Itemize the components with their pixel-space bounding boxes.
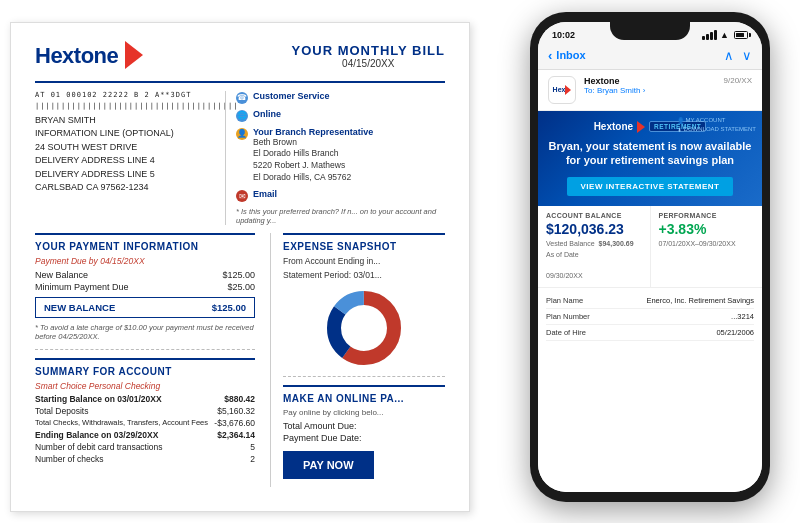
mail-nav-actions: ∧ ∨ [724, 48, 752, 63]
online-pay-sub: Pay online by clicking belo... [283, 408, 445, 417]
vested-balance-value: $94,300.69 [599, 240, 634, 247]
wifi-icon: ▲ [720, 30, 729, 40]
divider [35, 349, 255, 350]
contact-block: ☎ Customer Service 🌐 Online 👤 Your Branc… [225, 91, 445, 226]
plan-row-2: Date of Hire 05/21/2006 [546, 325, 754, 341]
summary-val-2: -$3,676.60 [214, 418, 255, 428]
bar2 [706, 34, 709, 40]
contact-email: ✉ Email [236, 189, 445, 202]
prev-mail-button[interactable]: ∧ [724, 48, 734, 63]
address-line4: DELIVERY ADDRESS LINE 5 [35, 168, 215, 182]
payment-section: YOUR PAYMENT INFORMATION Payment Due by … [35, 233, 255, 341]
bill-columns: YOUR PAYMENT INFORMATION Payment Due by … [35, 233, 445, 487]
battery-icon [734, 31, 748, 39]
payment-due-label: Payment Due by 04/15/20XX [35, 256, 255, 266]
summary-section: SUMMARY FOR ACCOUNT Smart Choice Persona… [35, 358, 255, 464]
bar3 [710, 32, 713, 40]
bill-right-column: EXPENSE SNAPSHOT From Account Ending in.… [270, 233, 445, 487]
min-payment-row: Minimum Payment Due $25.00 [35, 282, 255, 292]
summary-label-4: Number of debit card transactions [35, 442, 163, 452]
summary-label-1: Total Deposits [35, 406, 88, 416]
account-sub-details: Vested Balance $94,300.69 As of Date 09/… [546, 239, 642, 281]
globe-icon: 🌐 [236, 110, 248, 122]
donut-svg [324, 288, 404, 368]
inbox-label: Inbox [556, 49, 585, 61]
email-recipient[interactable]: To: Bryan Smith › [584, 86, 716, 95]
bill-header: Hextone YOUR MONTHLY BILL 04/15/20XX [35, 43, 445, 69]
chevron-left-icon[interactable]: ‹ [548, 48, 552, 63]
new-balance-row: New Balance $125.00 [35, 270, 255, 280]
total-amount-row: Total Amount Due: [283, 421, 445, 431]
address-text: BRYAN SMITH INFORMATION LINE (OPTIONAL) … [35, 114, 215, 195]
bill-title: YOUR MONTHLY BILL [291, 43, 445, 58]
vested-balance-label: Vested Balance $94,300.69 [546, 239, 642, 250]
plan-name-label: Plan Name [546, 296, 583, 305]
branch-addr1: 5220 Robert J. Mathews [253, 160, 373, 172]
date-of-hire-label: Date of Hire [546, 328, 586, 337]
account-icon: 👤 [677, 117, 684, 124]
view-statement-button[interactable]: VIEW INTERACTIVE STATEMENT [567, 177, 734, 196]
barcode-id: AT 01 000102 22222 B 2 A**3DGT [35, 91, 215, 99]
pay-now-button[interactable]: PAY NOW [283, 451, 374, 479]
email-banner-header: Hextone RETIREMENT 👤 MY ACCOUNT [548, 121, 752, 133]
rep-name: Beth Brown [253, 137, 373, 149]
battery-fill [736, 33, 744, 37]
bill-date: 04/15/20XX [291, 58, 445, 69]
divider2 [283, 376, 445, 377]
phone-wrapper: 10:02 ▲ [510, 12, 790, 512]
address-line5: CARLSBAD CA 97562-1234 [35, 181, 215, 195]
min-payment-amount: $25.00 [227, 282, 255, 292]
email-meta: Hextone To: Bryan Smith › [584, 76, 716, 95]
email-logo-text: Hex [553, 86, 566, 93]
logo-text: Hextone [35, 43, 118, 69]
banner-logo-arrow-icon [637, 121, 645, 133]
email-logo-arrow-icon [565, 85, 571, 95]
logo-arrow-icon [125, 41, 143, 69]
download-statement-link[interactable]: ⬇ DOWNLOAD STATEMENT [677, 126, 756, 133]
branch-addr2: El Dorado Hills, CA 95762 [253, 172, 373, 184]
phone-icon: ☎ [236, 92, 248, 104]
contact-online: 🌐 Online [236, 109, 445, 122]
address-line2: 24 SOUTH WEST DRIVE [35, 141, 215, 155]
new-balance-box-amount: $125.00 [212, 302, 246, 313]
summary-row-1: Total Deposits $5,160.32 [35, 406, 255, 416]
email-body: Hextone RETIREMENT 👤 MY ACCOUNT [538, 111, 762, 492]
new-balance-amount: $125.00 [222, 270, 255, 280]
account-balance-col: ACCOUNT BALANCE $120,036.23 Vested Balan… [538, 206, 651, 287]
expense-from: From Account Ending in... [283, 256, 445, 266]
bill-title-block: YOUR MONTHLY BILL 04/15/20XX [291, 43, 445, 69]
expense-period: Statement Period: 03/01... [283, 270, 445, 280]
email-icon: ✉ [236, 190, 248, 202]
contact-customer-service: ☎ Customer Service [236, 91, 445, 104]
next-mail-button[interactable]: ∨ [742, 48, 752, 63]
email-sender-logo: Hex [548, 76, 576, 104]
new-balance-label: New Balance [35, 270, 88, 280]
summary-row-5: Number of checks 2 [35, 454, 255, 464]
my-account-link[interactable]: 👤 MY ACCOUNT [677, 117, 756, 124]
signal-bars [702, 30, 717, 40]
online-pay-title: MAKE AN ONLINE PA... [283, 393, 445, 404]
summary-title: SUMMARY FOR ACCOUNT [35, 366, 255, 377]
email-sender-name: Hextone [584, 76, 716, 86]
summary-row-3: Ending Balance on 03/29/20XX $2,364.14 [35, 430, 255, 440]
performance-label: PERFORMANCE [659, 212, 755, 219]
summary-val-0: $880.42 [224, 394, 255, 404]
phone-notch [610, 22, 690, 40]
summary-val-1: $5,160.32 [217, 406, 255, 416]
status-right: ▲ [702, 30, 748, 40]
plan-details: Plan Name Enerco, Inc. Retirement Saving… [538, 288, 762, 346]
summary-label-5: Number of checks [35, 454, 104, 464]
mail-nav-bar[interactable]: ‹ Inbox ∧ ∨ [538, 44, 762, 70]
expense-title: EXPENSE SNAPSHOT [283, 241, 445, 252]
banner-title: Bryan, your statement is now available f… [548, 139, 752, 168]
perf-period: 07/01/20XX–09/30/20XX [659, 239, 755, 250]
plan-row-1: Plan Number ...3214 [546, 309, 754, 325]
bar4 [714, 30, 717, 40]
payment-due-date-label: Payment Due Date: [283, 433, 362, 443]
email-date: 9/20/XX [724, 76, 752, 85]
plan-number-label: Plan Number [546, 312, 590, 321]
summary-label-0: Starting Balance on 03/01/20XX [35, 394, 162, 404]
banner-action-links: 👤 MY ACCOUNT ⬇ DOWNLOAD STATEMENT [677, 117, 756, 133]
plan-number-value: ...3214 [731, 312, 754, 321]
barcode-graphic: ||||||||||||||||||||||||||||||||||||||| [35, 102, 215, 110]
